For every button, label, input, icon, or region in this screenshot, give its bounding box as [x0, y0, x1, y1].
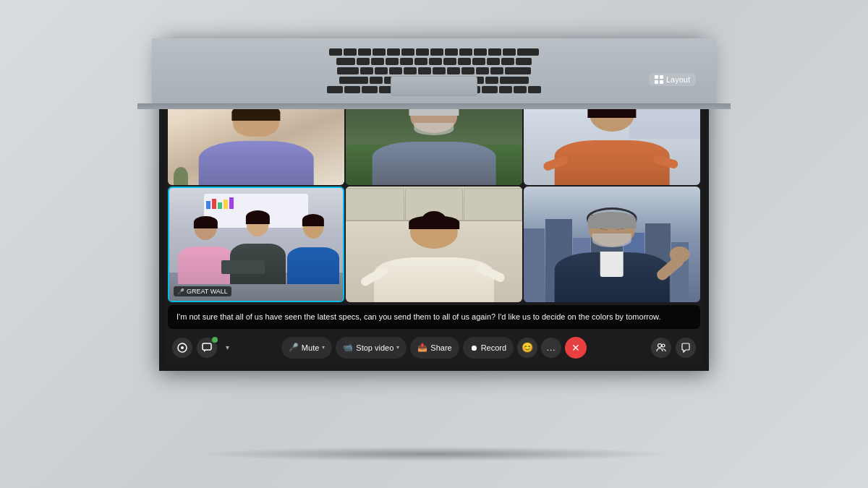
control-bar: ▾ 🎤 Mute ▾ 📹 Stop video ▾ — [165, 330, 703, 365]
key-backspace — [517, 48, 539, 56]
key — [329, 48, 342, 56]
record-button[interactable]: ⏺ Record — [463, 337, 514, 359]
control-right-group — [651, 338, 696, 358]
keyboard-row-3 — [337, 67, 531, 74]
person-left — [178, 216, 234, 283]
key — [386, 58, 399, 65]
stop-video-button[interactable]: 📹 Stop video ▾ — [336, 337, 407, 359]
key-caps — [337, 67, 359, 74]
svg-rect-0 — [655, 75, 658, 79]
chat-button[interactable] — [676, 338, 696, 358]
emoji-button[interactable]: 😊 — [517, 338, 537, 358]
key — [503, 48, 516, 56]
person-body-3 — [555, 98, 670, 185]
decor-laptop — [221, 260, 265, 274]
participants-icon — [656, 343, 666, 353]
key — [443, 58, 456, 65]
key — [360, 67, 373, 74]
participant-label-4: GREAT WALL — [187, 288, 228, 295]
key — [516, 58, 532, 65]
key-arrow — [499, 86, 512, 93]
chat-icon — [681, 343, 691, 353]
key — [416, 48, 429, 56]
layout-icon — [655, 75, 663, 84]
key — [430, 48, 443, 56]
keyboard-row-1 — [329, 48, 539, 56]
key-shift-l — [339, 77, 368, 84]
mute-button[interactable]: 🎤 Mute ▾ — [281, 337, 332, 359]
share-button[interactable]: 📤 Share — [410, 337, 459, 359]
person-right — [287, 214, 339, 284]
svg-rect-6 — [203, 343, 211, 350]
messages-badge — [212, 337, 218, 343]
svg-point-5 — [181, 346, 184, 349]
svg-rect-3 — [660, 80, 663, 84]
messages-chevron[interactable]: ▾ — [221, 338, 233, 358]
mute-label: Mute — [302, 343, 319, 352]
key — [357, 58, 370, 65]
key-enter — [505, 67, 531, 74]
key — [461, 67, 475, 74]
key — [358, 48, 371, 56]
key — [387, 48, 400, 56]
share-icon: 📤 — [417, 343, 427, 352]
video-chevron: ▾ — [396, 344, 399, 351]
svg-point-8 — [662, 344, 665, 347]
key-shift-r — [500, 77, 529, 84]
record-icon: ⏺ — [470, 343, 478, 352]
key-fn — [327, 86, 343, 93]
participant-name-4: 🎤 GREAT WALL — [174, 286, 231, 296]
record-label: Record — [481, 343, 506, 352]
key-arrow — [528, 86, 541, 93]
key — [490, 67, 503, 74]
key-tab — [336, 58, 355, 65]
key — [488, 48, 501, 56]
svg-rect-1 — [660, 75, 663, 79]
key — [447, 67, 460, 74]
ai-button[interactable] — [172, 338, 192, 358]
end-call-button[interactable]: ✕ — [565, 337, 587, 359]
control-left-group: ▾ — [172, 338, 233, 358]
key-alt — [362, 86, 378, 93]
laptop-hinge — [137, 103, 731, 109]
key — [400, 58, 413, 65]
person-body-6 — [555, 212, 670, 302]
caption-bar: I'm not sure that all of us have seen th… — [168, 305, 700, 329]
more-label: ... — [547, 343, 556, 353]
key — [474, 48, 487, 56]
key — [429, 58, 442, 65]
layout-button[interactable]: Layout — [649, 73, 696, 86]
key — [370, 77, 383, 84]
svg-rect-2 — [655, 80, 658, 84]
participant-cell-4: 🎤 GREAT WALL — [168, 187, 344, 302]
key — [418, 67, 431, 74]
svg-point-7 — [658, 343, 662, 347]
keyboard-row-2 — [336, 58, 532, 65]
key — [459, 48, 472, 56]
key — [485, 77, 498, 84]
laptop-keyboard — [152, 38, 716, 103]
layout-label: Layout — [666, 75, 690, 84]
participants-button[interactable] — [651, 338, 671, 358]
key — [375, 67, 388, 74]
key — [472, 58, 485, 65]
decor-plant — [174, 167, 188, 185]
trackpad[interactable] — [391, 76, 477, 96]
participant-cell-6 — [524, 187, 700, 302]
video-icon: 📹 — [343, 343, 353, 352]
messages-btn-wrap — [197, 338, 217, 358]
key — [445, 48, 458, 56]
person-body-5 — [374, 215, 494, 302]
ai-icon — [177, 343, 187, 353]
mic-icon-4: 🎤 — [177, 288, 184, 295]
key — [373, 48, 386, 56]
key-ctrl — [344, 86, 360, 93]
key — [487, 58, 500, 65]
end-icon: ✕ — [571, 342, 580, 354]
key — [371, 58, 384, 65]
center-controls: 🎤 Mute ▾ 📹 Stop video ▾ 📤 Share — [281, 337, 587, 359]
messages-icon — [202, 343, 212, 353]
key — [433, 67, 446, 74]
key-arrow — [514, 86, 527, 93]
more-button[interactable]: ... — [541, 338, 561, 358]
